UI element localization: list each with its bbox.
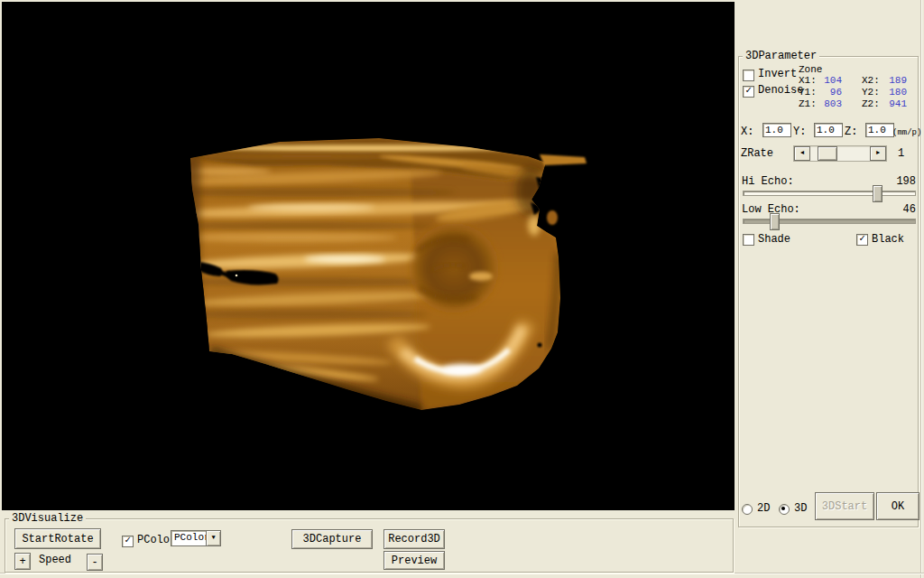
scale-z-input[interactable] <box>865 123 894 137</box>
application-window: 3DParameter Invert ✓ Denoise Zone X1: 10… <box>0 0 924 578</box>
low-echo-value: 46 <box>874 204 916 216</box>
scale-y-input[interactable] <box>814 123 843 137</box>
speed-plus-button[interactable]: + <box>14 553 31 570</box>
parameter-groupbox-title: 3DParameter <box>743 51 819 62</box>
scale-x-label: X: <box>741 126 753 138</box>
zone-y1-value: 96 <box>817 87 842 98</box>
start-rotate-button[interactable]: StartRotate <box>14 528 101 549</box>
black-checkmark: ✓ <box>859 233 865 244</box>
zone-x1-value: 104 <box>817 75 842 87</box>
3dstart-button[interactable]: 3DStart <box>815 492 874 520</box>
mode-3d-label: 3D <box>794 503 807 515</box>
render-viewport[interactable] <box>2 2 735 510</box>
scale-unit-label: (mm/p) <box>892 127 921 139</box>
denoise-label: Denoise <box>758 85 803 97</box>
hi-echo-label: Hi Echo: <box>742 176 794 188</box>
zone-z2-value: 941 <box>882 98 907 110</box>
black-checkbox[interactable]: ✓ <box>856 234 868 246</box>
speed-label: Speed <box>39 555 71 566</box>
zrate-left-arrow-icon[interactable]: ◄ <box>794 146 810 161</box>
pcolor-checkmark: ✓ <box>125 535 131 545</box>
low-echo-slider[interactable] <box>743 219 916 224</box>
3dcapture-button[interactable]: 3DCapture <box>291 529 373 549</box>
hi-echo-slider-thumb[interactable] <box>873 185 882 202</box>
denoise-checkmark: ✓ <box>745 85 752 96</box>
volume-render <box>2 2 735 510</box>
chevron-down-icon[interactable]: ▼ <box>206 531 220 545</box>
mode-3d-radio[interactable] <box>779 504 790 515</box>
zone-z1-value: 803 <box>817 98 842 110</box>
ok-button[interactable]: OK <box>876 492 919 520</box>
shade-label: Shade <box>758 234 790 246</box>
denoise-checkbox[interactable]: ✓ <box>743 86 754 98</box>
pcolor-select-value: PColor <box>174 532 210 544</box>
zone-x1-label: X1: <box>799 75 817 87</box>
zone-z1-label: Z1: <box>799 98 817 110</box>
zone-x2-label: X2: <box>862 75 880 87</box>
visualize-groupbox-title: 3DVisualize <box>9 513 86 525</box>
panel-divider-line <box>920 0 921 578</box>
invert-checkbox[interactable] <box>743 70 754 81</box>
zrate-value: 1 <box>898 148 904 160</box>
speed-minus-button[interactable]: - <box>87 554 103 571</box>
low-echo-slider-thumb[interactable] <box>770 213 780 230</box>
zrate-scrollbar[interactable]: ◄ ► <box>793 145 887 162</box>
scale-z-label: Z: <box>845 126 857 138</box>
mode-2d-label: 2D <box>757 503 770 515</box>
zrate-right-arrow-icon[interactable]: ► <box>870 146 886 161</box>
record3d-button[interactable]: Record3D <box>383 529 445 549</box>
scale-y-label: Y: <box>793 126 806 138</box>
zone-x2-value: 189 <box>882 75 907 87</box>
parameter-groupbox: 3DParameter Invert ✓ Denoise Zone X1: 10… <box>738 56 919 527</box>
pcolor-checkbox[interactable]: ✓ <box>122 536 134 547</box>
zone-z2-label: Z2: <box>862 98 880 110</box>
window-bottom-edge <box>0 573 924 573</box>
hi-echo-slider[interactable] <box>743 191 916 196</box>
zone-y1-label: Y1: <box>799 87 817 98</box>
mode-2d-radio[interactable] <box>742 504 753 515</box>
black-label: Black <box>872 234 904 246</box>
preview-button[interactable]: Preview <box>383 551 445 570</box>
zone-y2-label: Y2: <box>862 87 880 98</box>
scale-x-input[interactable] <box>762 123 791 137</box>
visualize-groupbox: 3DVisualize StartRotate ✓ PColor PColor … <box>5 518 734 573</box>
zrate-label: ZRate <box>741 148 773 160</box>
shade-checkbox[interactable] <box>743 234 754 246</box>
pcolor-select[interactable]: PColor ▼ <box>171 530 221 546</box>
zone-y2-value: 180 <box>882 87 907 98</box>
invert-label: Invert <box>758 69 797 80</box>
zrate-scrollbar-thumb[interactable] <box>818 146 837 161</box>
